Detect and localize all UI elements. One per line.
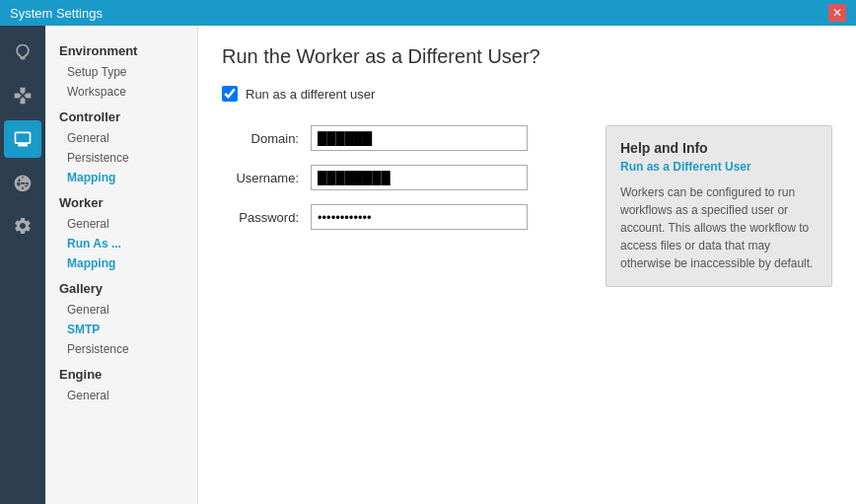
nav-item-smtp[interactable]: SMTP: [45, 320, 197, 339]
nav-item-controller-general[interactable]: General: [45, 128, 197, 148]
nav-item-run-as[interactable]: Run As ...: [45, 234, 197, 253]
nav-section-environment: Environment: [45, 36, 197, 62]
nav-item-engine-general[interactable]: General: [45, 386, 197, 405]
username-input[interactable]: [311, 165, 528, 190]
username-label: Username:: [222, 171, 311, 185]
sidebar-icon-gallery[interactable]: [4, 164, 41, 201]
sidebar-icon-environment[interactable]: [4, 34, 41, 71]
username-row: Username:: [222, 165, 582, 190]
sidebar-icon-worker[interactable]: [4, 120, 41, 158]
password-row: Password:: [222, 204, 582, 230]
page-title: Run the Worker as a Different User?: [222, 45, 832, 68]
sidebar-icon-engine[interactable]: [4, 207, 41, 245]
nav-item-setup-type[interactable]: Setup Type: [45, 62, 197, 82]
nav-item-gallery-persistence[interactable]: Persistence: [45, 339, 197, 359]
sidebar-icon-controller[interactable]: [4, 77, 41, 114]
nav-sidebar: Environment Setup Type Workspace Control…: [45, 26, 198, 504]
run-as-different-user-row: Run as a different user: [222, 86, 832, 102]
run-as-checkbox-label[interactable]: Run as a different user: [246, 87, 375, 102]
form-fields: Domain: Username: Password:: [222, 125, 582, 287]
window-title: System Settings: [10, 6, 103, 21]
nav-section-engine: Engine: [45, 359, 197, 386]
form-area: Domain: Username: Password: Help and Inf…: [222, 125, 832, 287]
nav-item-worker-mapping[interactable]: Mapping: [45, 253, 197, 273]
nav-item-workspace[interactable]: Workspace: [45, 82, 197, 102]
nav-item-controller-mapping[interactable]: Mapping: [45, 168, 197, 187]
password-input[interactable]: [311, 204, 528, 230]
nav-section-controller: Controller: [45, 102, 197, 128]
nav-item-gallery-general[interactable]: General: [45, 300, 197, 320]
password-label: Password:: [222, 210, 311, 225]
domain-input[interactable]: [311, 125, 528, 151]
nav-item-worker-general[interactable]: General: [45, 214, 197, 234]
domain-label: Domain:: [222, 131, 311, 146]
run-as-checkbox[interactable]: [222, 86, 238, 102]
help-title: Help and Info: [620, 140, 818, 156]
nav-item-persistence[interactable]: Persistence: [45, 148, 197, 168]
nav-section-gallery: Gallery: [45, 273, 197, 300]
help-text: Workers can be configured to run workflo…: [620, 183, 818, 272]
domain-row: Domain:: [222, 125, 582, 151]
help-panel: Help and Info Run as a Different User Wo…: [606, 125, 832, 287]
icon-sidebar: [0, 26, 45, 504]
close-button[interactable]: ✕: [828, 4, 846, 22]
title-bar: System Settings ✕: [0, 0, 856, 26]
main-layout: Environment Setup Type Workspace Control…: [0, 26, 856, 504]
content-area: Run the Worker as a Different User? Run …: [198, 26, 856, 504]
nav-section-worker: Worker: [45, 187, 197, 214]
help-subtitle: Run as a Different User: [620, 160, 818, 174]
